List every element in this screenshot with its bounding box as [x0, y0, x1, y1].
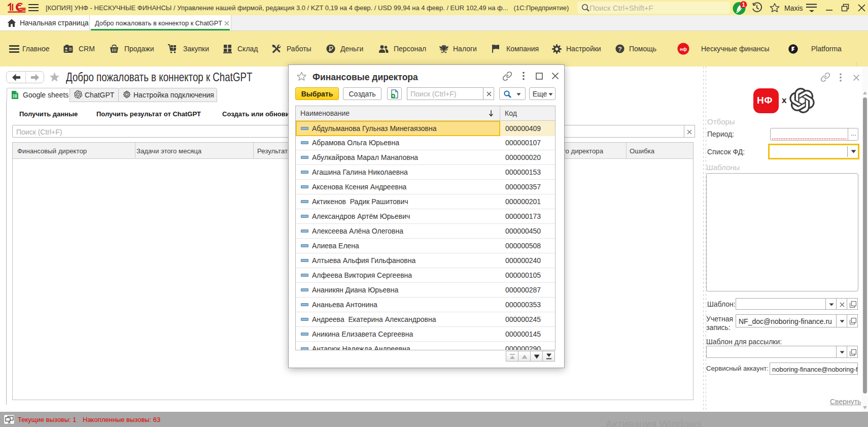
- svg-text:нф: нф: [680, 46, 687, 52]
- svg-text:?: ?: [618, 45, 622, 53]
- svg-text:1: 1: [742, 2, 745, 8]
